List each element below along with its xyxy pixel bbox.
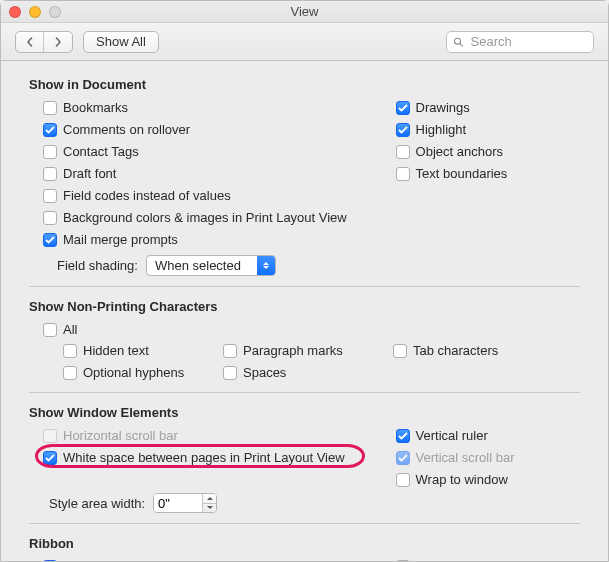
style-area-width-input[interactable] <box>154 494 202 512</box>
window-traffic-lights <box>9 6 61 18</box>
paragraph-marks-label: Paragraph marks <box>243 343 343 358</box>
object-anchors-label: Object anchors <box>416 144 503 159</box>
show-developer-tab-checkbox[interactable] <box>43 560 57 562</box>
back-button[interactable] <box>16 32 44 52</box>
background-colors-checkbox[interactable] <box>43 211 57 225</box>
tab-characters-label: Tab characters <box>413 343 498 358</box>
text-boundaries-checkbox[interactable] <box>396 167 410 181</box>
show-group-titles-checkbox[interactable] <box>396 560 410 562</box>
white-space-label: White space between pages in Print Layou… <box>63 450 345 465</box>
stepper-down[interactable] <box>203 504 216 513</box>
vertical-scroll-checkbox <box>396 451 410 465</box>
vertical-ruler-label: Vertical ruler <box>416 428 488 443</box>
style-area-width-stepper[interactable] <box>153 493 217 513</box>
field-codes-checkbox[interactable] <box>43 189 57 203</box>
hidden-text-label: Hidden text <box>83 343 149 358</box>
drawings-checkbox[interactable] <box>396 101 410 115</box>
select-arrows-icon <box>257 256 275 275</box>
wrap-to-window-checkbox[interactable] <box>396 473 410 487</box>
content: Show in Document Bookmarks Comments on r… <box>1 61 608 561</box>
nav-segmented <box>15 31 73 53</box>
titlebar: View <box>1 1 608 23</box>
vertical-ruler-checkbox[interactable] <box>396 429 410 443</box>
field-shading-value: When selected <box>147 258 257 273</box>
style-area-width-label: Style area width: <box>49 496 145 511</box>
forward-button[interactable] <box>44 32 72 52</box>
all-np-checkbox[interactable] <box>43 323 57 337</box>
section-non-printing-title: Show Non-Printing Characters <box>29 299 580 314</box>
toolbar: Show All <box>1 23 608 61</box>
spaces-checkbox[interactable] <box>223 366 237 380</box>
vertical-scroll-label: Vertical scroll bar <box>416 450 515 465</box>
horizontal-scroll-checkbox <box>43 429 57 443</box>
contact-tags-label: Contact Tags <box>63 144 139 159</box>
all-np-label: All <box>63 322 77 337</box>
horizontal-scroll-label: Horizontal scroll bar <box>63 428 178 443</box>
stepper-up[interactable] <box>203 494 216 504</box>
highlight-label: Highlight <box>416 122 467 137</box>
section-ribbon-title: Ribbon <box>29 536 580 551</box>
show-developer-tab-label: Show developer tab <box>63 559 178 561</box>
field-shading-label: Field shading: <box>57 258 138 273</box>
optional-hyphens-label: Optional hyphens <box>83 365 184 380</box>
close-window-button[interactable] <box>9 6 21 18</box>
section-window-elements-title: Show Window Elements <box>29 405 580 420</box>
comments-rollover-label: Comments on rollover <box>63 122 190 137</box>
mail-merge-label: Mail merge prompts <box>63 232 178 247</box>
draft-font-label: Draft font <box>63 166 116 181</box>
tab-characters-checkbox[interactable] <box>393 344 407 358</box>
spaces-label: Spaces <box>243 365 286 380</box>
field-codes-label: Field codes instead of values <box>63 188 231 203</box>
minimize-window-button[interactable] <box>29 6 41 18</box>
svg-line-1 <box>460 43 462 45</box>
search-icon <box>453 36 464 48</box>
search-field[interactable] <box>446 31 594 53</box>
drawings-label: Drawings <box>416 100 470 115</box>
object-anchors-checkbox[interactable] <box>396 145 410 159</box>
draft-font-checkbox[interactable] <box>43 167 57 181</box>
contact-tags-checkbox[interactable] <box>43 145 57 159</box>
mail-merge-checkbox[interactable] <box>43 233 57 247</box>
show-all-button[interactable]: Show All <box>83 31 159 53</box>
show-all-label: Show All <box>96 34 146 49</box>
comments-rollover-checkbox[interactable] <box>43 123 57 137</box>
window-title: View <box>9 4 600 19</box>
wrap-to-window-label: Wrap to window <box>416 472 508 487</box>
preferences-window: View Show All Show in Document Bookmarks… <box>0 0 609 562</box>
show-group-titles-label: Show group titles <box>416 559 516 561</box>
stepper-buttons[interactable] <box>202 494 216 512</box>
background-colors-label: Background colors & images in Print Layo… <box>63 210 347 225</box>
section-show-in-document-title: Show in Document <box>29 77 580 92</box>
highlight-checkbox[interactable] <box>396 123 410 137</box>
white-space-checkbox[interactable] <box>43 451 57 465</box>
bookmarks-checkbox[interactable] <box>43 101 57 115</box>
optional-hyphens-checkbox[interactable] <box>63 366 77 380</box>
hidden-text-checkbox[interactable] <box>63 344 77 358</box>
bookmarks-label: Bookmarks <box>63 100 128 115</box>
text-boundaries-label: Text boundaries <box>416 166 508 181</box>
paragraph-marks-checkbox[interactable] <box>223 344 237 358</box>
field-shading-select[interactable]: When selected <box>146 255 276 276</box>
search-input[interactable] <box>469 33 587 50</box>
zoom-window-button[interactable] <box>49 6 61 18</box>
